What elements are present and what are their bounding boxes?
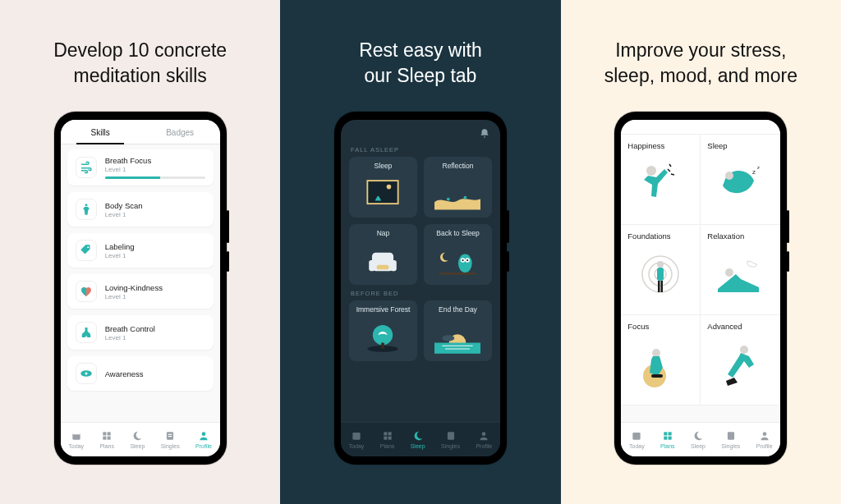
skill-level: Level 1: [105, 293, 205, 300]
svg-point-3: [85, 373, 87, 375]
nav-singles[interactable]: Singles: [721, 430, 740, 449]
phone-screen: FALL ASLEEP Sleep Reflection Nap: [341, 120, 500, 456]
headline-line1: Develop 10 concrete: [53, 39, 227, 61]
svg-rect-6: [103, 432, 107, 435]
headline: Rest easy with our Sleep tab: [359, 38, 482, 89]
bell-icon[interactable]: [479, 128, 490, 140]
svg-rect-34: [384, 432, 387, 435]
svg-rect-36: [384, 437, 387, 440]
progress-bar: [105, 176, 205, 179]
body-icon: [76, 199, 97, 220]
svg-point-1: [87, 246, 89, 248]
list-item[interactable]: Breath Control Level 1: [67, 315, 214, 350]
category-sleep[interactable]: Sleep zz: [701, 135, 780, 225]
headline-line1: Rest easy with: [359, 39, 482, 61]
svg-rect-37: [388, 437, 391, 440]
sunset-icon: [427, 316, 489, 358]
sleep-header: [341, 120, 500, 141]
svg-rect-57: [664, 432, 667, 435]
category-happiness[interactable]: Happiness: [621, 135, 701, 225]
nav-profile[interactable]: Profile: [476, 430, 492, 449]
svg-point-39: [482, 432, 486, 436]
skill-name: Awareness: [105, 369, 205, 378]
nav-sleep[interactable]: Sleep: [691, 430, 705, 449]
svg-rect-33: [352, 433, 360, 440]
list-item[interactable]: Awareness: [67, 356, 214, 391]
tile-back-to-sleep[interactable]: Back to Sleep: [424, 224, 492, 285]
bottom-nav: Today Plans Sleep Singles Profile: [341, 422, 500, 456]
nav-today[interactable]: Today: [629, 430, 645, 449]
wind-icon: [76, 157, 97, 178]
svg-rect-38: [447, 432, 453, 439]
svg-rect-21: [377, 264, 389, 269]
nav-today[interactable]: Today: [349, 430, 365, 449]
nav-plans[interactable]: Plans: [380, 430, 395, 449]
svg-rect-60: [668, 437, 671, 440]
svg-rect-11: [168, 434, 172, 435]
nav-plans[interactable]: Plans: [660, 430, 675, 449]
nav-profile[interactable]: Profile: [756, 430, 773, 449]
svg-rect-49: [658, 281, 660, 292]
tile-end-the-day[interactable]: End the Day: [424, 300, 492, 361]
svg-text:z: z: [752, 168, 756, 176]
tab-skills[interactable]: Skills: [61, 120, 140, 144]
svg-text:z: z: [757, 165, 760, 170]
list-item[interactable]: Body Scan Level 1: [67, 192, 214, 227]
svg-point-32: [443, 335, 455, 341]
category-foundations[interactable]: Foundations: [621, 225, 701, 315]
tab-badges[interactable]: Badges: [140, 120, 220, 144]
nav-sleep[interactable]: Sleep: [130, 430, 145, 449]
svg-point-53: [652, 349, 660, 357]
sleep-window-icon: [352, 172, 414, 214]
lungs-icon: [76, 322, 97, 343]
category-focus[interactable]: Focus: [621, 315, 701, 405]
svg-rect-12: [168, 436, 172, 437]
svg-point-15: [387, 184, 392, 189]
tile-reflection[interactable]: Reflection: [424, 157, 492, 218]
svg-rect-19: [370, 260, 375, 271]
eye-icon: [76, 363, 97, 384]
svg-point-62: [762, 432, 766, 436]
armchair-icon: [352, 240, 414, 282]
tag-icon: [76, 240, 97, 261]
bottom-nav: Today Plans Sleep Singles Profile: [621, 422, 780, 456]
nav-singles[interactable]: Singles: [161, 430, 180, 449]
tile-nap[interactable]: Nap: [349, 224, 417, 285]
skill-name: Loving-Kindness: [105, 283, 205, 292]
svg-rect-61: [728, 432, 734, 439]
skill-meta: Breath Focus Level 1: [105, 156, 205, 179]
nav-profile[interactable]: Profile: [195, 430, 212, 449]
svg-rect-35: [388, 432, 391, 435]
phone-screen: Skills Badges Breath Focus Level 1: [61, 120, 220, 456]
category-advanced[interactable]: Advanced: [701, 315, 780, 405]
nav-singles[interactable]: Singles: [441, 430, 460, 449]
running-person-icon: [707, 332, 773, 401]
svg-rect-14: [368, 181, 398, 204]
tile-sleep[interactable]: Sleep: [349, 157, 417, 218]
list-item[interactable]: Labeling Level 1: [67, 233, 214, 268]
svg-rect-56: [633, 433, 641, 440]
category-relaxation[interactable]: Relaxation: [701, 225, 780, 315]
svg-point-26: [466, 259, 468, 261]
kneeling-person-icon: [627, 332, 693, 401]
tile-immersive-forest[interactable]: Immersive Forest: [349, 300, 417, 361]
tree-icon: [352, 316, 414, 358]
list-item[interactable]: Loving-Kindness Level 1: [67, 274, 214, 309]
svg-rect-5: [72, 433, 80, 434]
svg-rect-31: [434, 342, 480, 353]
heart-icon: [76, 281, 97, 302]
list-item[interactable]: Breath Focus Level 1: [67, 149, 214, 186]
svg-rect-59: [664, 437, 667, 440]
headline: Develop 10 concrete meditation skills: [53, 38, 227, 89]
svg-rect-58: [668, 432, 671, 435]
tile-grid: Sleep Reflection Nap: [341, 157, 500, 285]
headline-line2: meditation skills: [73, 65, 206, 86]
nav-sleep[interactable]: Sleep: [411, 430, 425, 449]
nav-today[interactable]: Today: [68, 430, 84, 449]
svg-point-22: [458, 254, 472, 272]
marketing-panel-categories: Improve your stress, sleep, mood, and mo…: [561, 0, 841, 504]
nav-plans[interactable]: Plans: [99, 430, 114, 449]
skill-name: Labeling: [105, 242, 205, 251]
svg-rect-54: [651, 374, 663, 378]
svg-rect-50: [661, 281, 664, 292]
